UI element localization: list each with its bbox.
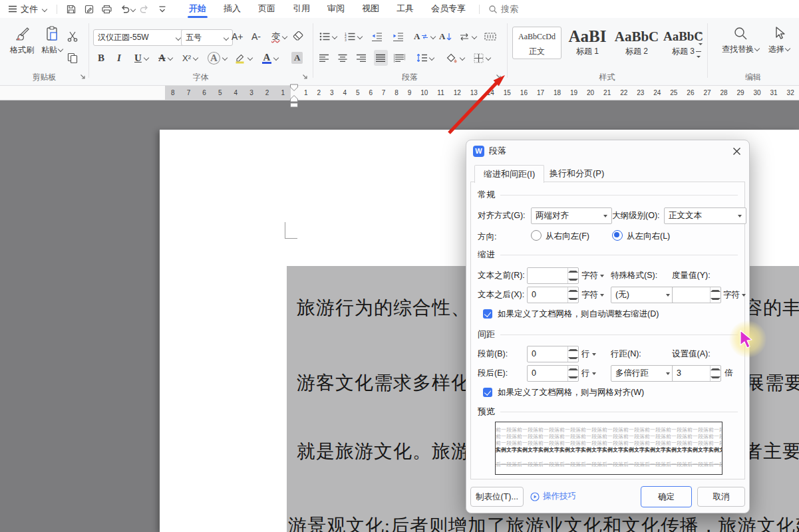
shading-button[interactable] [446, 50, 464, 66]
character-shading-button[interactable]: A [291, 50, 303, 66]
superscript-button[interactable]: X² [182, 50, 198, 66]
decrease-font-button[interactable]: A- [251, 29, 261, 45]
align-left-button[interactable] [319, 50, 329, 66]
tabs-button[interactable]: 制表位(T)... [470, 487, 524, 507]
alignment-select[interactable]: 两端对齐 [531, 207, 612, 224]
styles-scroll-up-button[interactable] [696, 29, 705, 37]
ribbon-tab-member[interactable]: 会员专享 [422, 0, 474, 18]
save-button[interactable] [62, 2, 80, 17]
bold-button[interactable]: B [98, 50, 104, 66]
increase-indent-button[interactable] [393, 29, 404, 45]
close-button[interactable] [730, 145, 742, 157]
style-heading1[interactable]: AaBI 标题 1 [564, 27, 611, 59]
ribbon-tab-review[interactable]: 审阅 [319, 0, 353, 18]
indent-after-input[interactable]: 0 [527, 287, 579, 303]
ruler-number: 27 [703, 89, 711, 96]
space-after-input[interactable]: 0 [527, 365, 579, 382]
phonetic-guide-button[interactable]: 变 [271, 29, 287, 45]
clipboard-dialog-launcher[interactable] [80, 74, 86, 80]
snap-to-grid-checkbox[interactable]: 如果定义了文档网格，则与网格对齐(W) [483, 387, 644, 398]
tab-indents-spacing[interactable]: 缩进和间距(I) [474, 165, 544, 183]
special-format-select[interactable]: (无) [611, 287, 675, 303]
document-text-fragment[interactable]: 者主要 [744, 439, 799, 464]
spin-buttons[interactable] [710, 366, 720, 381]
text-effects-button[interactable]: A [208, 50, 227, 66]
ribbon-tab-view[interactable]: 视图 [353, 0, 388, 18]
document-text-line[interactable]: 游景观文化;后者则增加了旅游业文化和文化传播，旅游文化建设乃是现代 [288, 513, 799, 532]
ribbon-tab-tools[interactable]: 工具 [388, 0, 422, 18]
paste-button[interactable]: 粘贴 [39, 26, 65, 56]
format-painter-button[interactable]: 格式刷 [7, 26, 37, 56]
indent-before-input[interactable] [527, 267, 579, 284]
font-name-select[interactable]: 汉仪正圆-55W [93, 29, 185, 46]
spin-buttons[interactable] [710, 287, 720, 303]
space-before-input[interactable]: 0 [527, 346, 579, 362]
ok-button[interactable]: 确定 [641, 486, 692, 507]
bullet-list-button[interactable] [319, 29, 337, 45]
cancel-button[interactable]: 取消 [697, 487, 745, 507]
style-normal[interactable]: AaBbCcDd 正文 [512, 27, 561, 59]
horizontal-ruler[interactable]: 87654321 1234567891011121314151617181920… [0, 85, 799, 100]
chinese-layout-button[interactable] [459, 29, 476, 45]
underline-button[interactable]: U [134, 50, 148, 66]
auto-right-indent-checkbox[interactable]: 如果定义了文档网格，则自动调整右缩进(D) [483, 309, 659, 320]
space-before-unit-select[interactable]: 行 [581, 348, 596, 360]
font-size-select[interactable]: 五号 [181, 29, 233, 46]
clear-format-button[interactable] [293, 29, 305, 45]
ribbon-tab-insert[interactable]: 插入 [215, 0, 249, 18]
ribbon-tab-reference[interactable]: 引用 [284, 0, 319, 18]
spin-buttons[interactable] [567, 346, 578, 362]
increase-font-button[interactable]: A+ [232, 29, 243, 45]
highlight-color-button[interactable] [234, 50, 252, 66]
italic-button[interactable]: I [117, 50, 121, 66]
indent-before-unit-select[interactable]: 字符 [581, 270, 604, 281]
strikethrough-button[interactable]: A [158, 50, 172, 66]
distribute-button[interactable] [394, 50, 405, 66]
numbered-list-button[interactable]: 123 [345, 29, 362, 45]
font-dialog-launcher[interactable] [302, 74, 309, 80]
indent-after-unit-select[interactable]: 字符 [581, 289, 604, 301]
spin-buttons[interactable] [567, 268, 578, 283]
copy-button[interactable] [67, 50, 79, 66]
search-box[interactable]: 搜索 [488, 3, 518, 15]
styles-gallery-more-button[interactable] [696, 51, 701, 61]
decrease-indent-button[interactable] [371, 29, 383, 45]
measure-unit-select[interactable]: 字符 [723, 289, 746, 301]
file-menu[interactable]: 文件 [0, 3, 52, 15]
align-right-button[interactable] [357, 50, 367, 66]
measure-input[interactable] [672, 287, 721, 303]
spin-buttons[interactable] [567, 287, 578, 303]
font-color-button[interactable]: A [262, 50, 278, 66]
setting-value-input[interactable]: 3 [672, 365, 721, 382]
justify-button[interactable] [374, 50, 388, 66]
direction-ltr-radio[interactable]: 从左向右(L) [612, 230, 670, 242]
line-spacing-button[interactable] [416, 50, 434, 66]
tab-line-page-breaks[interactable]: 换行和分页(P) [541, 165, 613, 182]
paragraph-dialog-launcher[interactable] [496, 74, 502, 80]
redo-button[interactable] [135, 2, 153, 17]
sort-button[interactable]: A [439, 29, 452, 45]
find-replace-button[interactable]: 查找替换 [720, 26, 761, 55]
cut-button[interactable] [67, 29, 79, 45]
style-heading2[interactable]: AaBbC 标题 2 [613, 27, 660, 59]
line-spacing-select[interactable]: 多倍行距 [611, 365, 675, 382]
styles-scroll-down-button[interactable] [696, 40, 705, 49]
text-direction-button[interactable]: A [414, 29, 435, 45]
ribbon-tab-page[interactable]: 页面 [249, 0, 284, 18]
spin-buttons[interactable] [567, 366, 578, 381]
save-as-button[interactable] [80, 2, 98, 17]
borders-button[interactable] [474, 50, 490, 66]
tips-link[interactable]: 操作技巧 [530, 491, 576, 502]
customize-toolbar-button[interactable] [153, 2, 171, 17]
align-center-button[interactable] [338, 50, 348, 66]
document-text-fragment[interactable]: 容的丰 [744, 295, 799, 321]
direction-rtl-radio[interactable]: 从右向左(F) [531, 230, 589, 242]
dialog-titlebar[interactable]: W 段落 [466, 140, 749, 162]
outline-level-select[interactable]: 正文文本 [664, 207, 746, 224]
indent-markers[interactable] [289, 84, 299, 110]
print-button[interactable] [98, 2, 116, 17]
select-button[interactable]: 选择 [764, 26, 794, 55]
ribbon-tab-home[interactable]: 开始 [180, 0, 215, 18]
text-tool-button[interactable] [484, 29, 496, 45]
space-after-unit-select[interactable]: 行 [581, 368, 596, 379]
